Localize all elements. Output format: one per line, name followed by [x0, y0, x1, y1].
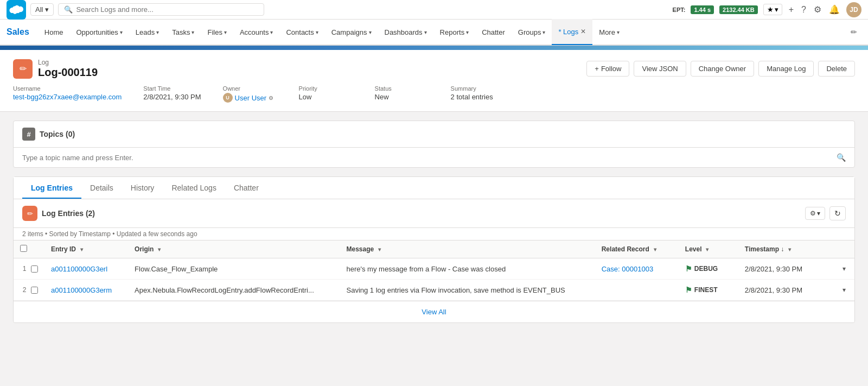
plus-icon: + [595, 65, 599, 73]
view-all-row: View All [14, 301, 854, 322]
chevron-down-icon: ▾ [542, 29, 545, 35]
th-related-record[interactable]: Related Record ▾ [595, 241, 679, 258]
entry-id-link[interactable]: a001100000G3erm [51, 286, 112, 294]
field-label-owner: Owner [223, 85, 277, 92]
chevron-down-icon: ▾ [120, 29, 123, 35]
notifications-button[interactable]: 🔔 [828, 3, 841, 16]
th-timestamp[interactable]: Timestamp ↓ ▾ [738, 241, 834, 258]
delete-button[interactable]: Delete [818, 61, 855, 77]
field-summary: Summary 2 total entries [451, 85, 505, 103]
refresh-button[interactable]: ↻ [829, 206, 846, 220]
chevron-down-icon: ▾ [192, 29, 194, 35]
tab-history[interactable]: History [122, 177, 163, 199]
follow-button[interactable]: + Follow [586, 61, 629, 77]
record-icon: ✏ [13, 59, 33, 79]
nav-item-accounts[interactable]: Accounts ▾ [233, 19, 279, 45]
avatar[interactable]: JD [846, 2, 861, 17]
tab-log-entries[interactable]: Log Entries [22, 177, 81, 199]
field-status: Status New [375, 85, 429, 103]
th-origin[interactable]: Origin ▾ [128, 241, 340, 258]
gear-settings-button[interactable]: ⚙ ▾ [805, 207, 825, 220]
record-header-top: ✏ Log Log-000119 + Follow View JSON Chan… [13, 59, 855, 79]
table-row: 2 a001100000G3erm Apex.Nebula.FlowRecord… [14, 280, 854, 301]
utility-bar: All ▾ 🔍 EPT: 1.44 s 2132.44 KB ★ ▾ + ? ⚙… [0, 0, 868, 20]
tabs-and-entries-card: Log Entries Details History Related Logs… [13, 176, 855, 323]
topics-title: Topics (0) [40, 130, 75, 138]
help-button[interactable]: ? [800, 4, 807, 16]
chevron-down-icon: ▾ [224, 29, 227, 35]
settings-button[interactable]: ⚙ [813, 3, 822, 16]
record-header: ✏ Log Log-000119 + Follow View JSON Chan… [0, 50, 868, 112]
chevron-down-icon: ▾ [369, 29, 372, 35]
favorites-button[interactable]: ★ ▾ [763, 4, 782, 15]
salesforce-logo[interactable] [7, 0, 26, 20]
log-entries-actions: ⚙ ▾ ↻ [805, 206, 846, 220]
manage-log-button[interactable]: Manage Log [758, 61, 814, 77]
field-value-priority: Low [299, 93, 353, 101]
add-button[interactable]: + [788, 4, 795, 16]
sort-icon: ▾ [706, 246, 709, 252]
topics-icon: # [22, 128, 35, 141]
row-dropdown-button[interactable]: ▾ [840, 264, 848, 274]
change-owner-button[interactable]: Change Owner [691, 61, 754, 77]
row-dropdown-button[interactable]: ▾ [840, 285, 848, 295]
field-username: Username test-bgg26zx7xaee@example.com [13, 85, 122, 103]
tab-close-button[interactable]: ✕ [580, 28, 586, 35]
owner-link[interactable]: User User [235, 94, 267, 102]
field-owner: Owner U User User ⚙ [223, 85, 277, 103]
related-record-link[interactable]: Case: 00001003 [602, 265, 653, 273]
topics-card: # Topics (0) 🔍 [13, 121, 855, 168]
kb-value: 2132.44 KB [719, 5, 758, 14]
nav-item-more[interactable]: More ▾ [592, 19, 626, 45]
nav-item-campaigns[interactable]: Campaigns ▾ [325, 19, 378, 45]
th-checkbox [14, 241, 44, 258]
star-icon: ★ [767, 5, 774, 14]
nav-item-tasks[interactable]: Tasks ▾ [165, 19, 201, 45]
record-fields: Username test-bgg26zx7xaee@example.com S… [13, 85, 855, 103]
th-level[interactable]: Level ▾ [679, 241, 738, 258]
tab-details[interactable]: Details [81, 177, 122, 199]
row-checkbox[interactable] [31, 265, 38, 273]
record-name-group: Log Log-000119 [38, 59, 98, 79]
chevron-down-icon: ▾ [270, 29, 273, 35]
edit-nav-icon[interactable]: ✏ [846, 28, 861, 36]
global-search-bar[interactable]: 🔍 [58, 3, 264, 16]
level-value: DEBUG [694, 265, 718, 273]
nav-item-reports[interactable]: Reports ▾ [433, 19, 476, 45]
nav-item-opportunities[interactable]: Opportunities ▾ [70, 19, 129, 45]
sort-icon: ▾ [378, 246, 381, 252]
field-label-status: Status [375, 85, 429, 92]
nav-item-chatter[interactable]: Chatter [475, 19, 512, 45]
field-value-status: New [375, 93, 429, 101]
nav-item-groups[interactable]: Groups ▾ [512, 19, 552, 45]
level-cell: ⚑ FINEST [679, 280, 738, 301]
message-cell: Saving 1 log entries via Flow invocation… [340, 280, 595, 301]
nav-item-leads[interactable]: Leads ▾ [129, 19, 165, 45]
entry-id-link[interactable]: a001100000G3erl [51, 265, 107, 273]
row-num: 1 [20, 265, 29, 273]
topics-input[interactable] [22, 154, 837, 162]
nav-item-dashboards[interactable]: Dashboards ▾ [378, 19, 433, 45]
level-flag-icon: ⚑ [685, 264, 692, 273]
search-input[interactable] [76, 5, 258, 14]
row-checkbox[interactable] [31, 287, 38, 294]
app-name: Sales [7, 27, 29, 37]
th-message[interactable]: Message ▾ [340, 241, 595, 258]
nav-item-files[interactable]: Files ▾ [201, 19, 233, 45]
field-label-username: Username [13, 85, 122, 92]
record-actions: + Follow View JSON Change Owner Manage L… [586, 61, 855, 77]
nav-item-contacts[interactable]: Contacts ▾ [279, 19, 324, 45]
view-json-button[interactable]: View JSON [634, 61, 686, 77]
username-link[interactable]: test-bgg26zx7xaee@example.com [13, 93, 122, 101]
th-entry-id[interactable]: Entry ID ▾ [44, 241, 128, 258]
nav-tab-logs[interactable]: * Logs ✕ [552, 19, 592, 45]
select-all-checkbox[interactable] [20, 245, 27, 252]
view-all-link[interactable]: View All [422, 308, 446, 316]
search-scope-select[interactable]: All ▾ [30, 3, 54, 16]
tab-related-logs[interactable]: Related Logs [163, 177, 225, 199]
topics-search-icon: 🔍 [837, 153, 846, 162]
origin-cell: Flow.Case_Flow_Example [128, 258, 340, 280]
nav-item-home[interactable]: Home [38, 19, 70, 45]
topics-header: # Topics (0) [14, 121, 854, 148]
tab-chatter[interactable]: Chatter [225, 177, 267, 199]
